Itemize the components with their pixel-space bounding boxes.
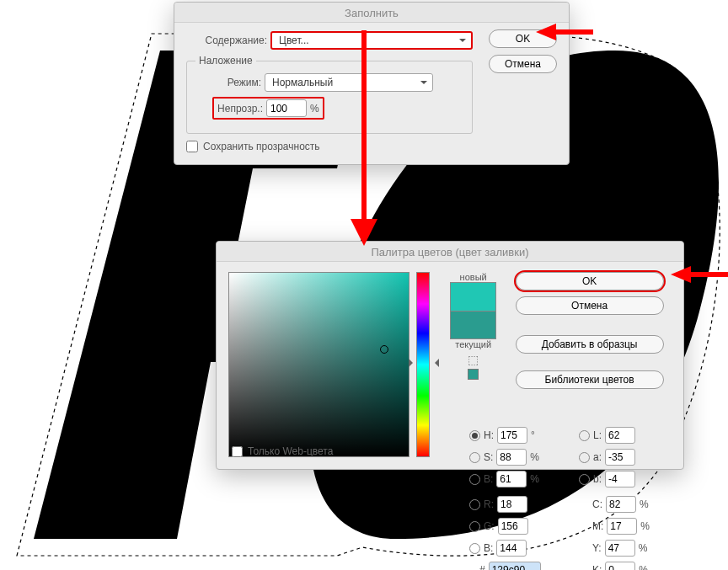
gamut-warning-icon[interactable]: ⬚ <box>468 353 479 366</box>
lab-b-radio[interactable] <box>579 474 590 485</box>
c-unit: % <box>640 498 649 510</box>
blending-fieldset: Наложение Режим: Нормальный Непрозр.: % <box>186 55 473 134</box>
lab-b-label: b: <box>593 473 602 485</box>
lab-b-input[interactable] <box>605 471 635 487</box>
l-radio[interactable] <box>579 430 590 441</box>
color-picker-dialog: Палитра цветов (цвет заливки) новый теку… <box>216 241 684 470</box>
color-picker-title: Палитра цветов (цвет заливки) <box>217 242 683 262</box>
bv-input[interactable] <box>496 471 527 487</box>
g-label: G: <box>484 520 495 532</box>
y-unit: % <box>639 542 648 554</box>
hash-label: # <box>479 564 485 570</box>
picker-ok-button[interactable]: OK <box>516 272 664 290</box>
m-unit: % <box>640 520 650 532</box>
k-unit: % <box>639 564 648 570</box>
g-input[interactable] <box>498 518 528 535</box>
preserve-transparency-checkbox[interactable]: Сохранить прозрачность <box>186 141 557 152</box>
bv-unit: % <box>530 473 539 485</box>
hex-input[interactable] <box>489 562 541 570</box>
a-radio[interactable] <box>579 452 590 463</box>
s-unit: % <box>530 451 539 463</box>
a-input[interactable] <box>605 449 635 466</box>
hue-slider[interactable] <box>416 272 430 457</box>
y-input[interactable] <box>605 540 635 557</box>
h-label: H: <box>484 429 494 441</box>
new-color-swatch <box>450 282 496 311</box>
preserve-transparency-input[interactable] <box>186 141 198 152</box>
c-label: C: <box>592 498 602 510</box>
h-input[interactable] <box>497 427 527 444</box>
fill-ok-button[interactable]: OK <box>489 29 557 48</box>
web-colors-label: Только Web-цвета <box>248 445 333 457</box>
gamut-swatch[interactable] <box>468 369 479 380</box>
s-label: S: <box>484 451 493 463</box>
s-radio[interactable] <box>469 452 480 463</box>
fill-dialog-title: Заполнить <box>174 3 569 23</box>
content-label: Содержание: <box>186 35 267 46</box>
bv-label: B: <box>484 473 493 485</box>
opacity-input[interactable] <box>266 99 307 117</box>
web-colors-input[interactable] <box>232 446 243 457</box>
b-radio[interactable] <box>469 543 480 554</box>
add-swatch-button[interactable]: Добавить в образцы <box>516 335 664 354</box>
current-color-swatch[interactable] <box>450 311 496 339</box>
k-label: K: <box>592 564 602 570</box>
web-colors-checkbox[interactable]: Только Web-цвета <box>232 445 333 457</box>
preserve-transparency-label: Сохранить прозрачность <box>203 141 320 152</box>
current-label: текущий <box>455 339 491 349</box>
mode-dropdown[interactable]: Нормальный <box>265 73 433 92</box>
l-input[interactable] <box>605 427 635 444</box>
color-libraries-button[interactable]: Библиотеки цветов <box>516 370 664 389</box>
r-label: R: <box>484 498 494 510</box>
h-radio[interactable] <box>469 430 480 441</box>
b-label: B: <box>484 542 493 554</box>
mode-label: Режим: <box>195 77 261 88</box>
fill-dialog: Заполнить OK Отмена Содержание: Цвет... … <box>174 2 570 165</box>
k-input[interactable] <box>605 562 635 570</box>
s-input[interactable] <box>496 449 527 466</box>
h-unit: ° <box>531 429 535 441</box>
saturation-value-field[interactable] <box>228 272 410 457</box>
r-radio[interactable] <box>469 499 480 510</box>
content-dropdown[interactable]: Цвет... <box>270 31 473 50</box>
a-label: a: <box>593 451 602 463</box>
content-value: Цвет... <box>279 35 309 46</box>
c-input[interactable] <box>606 496 636 513</box>
m-label: M: <box>592 520 603 532</box>
new-label: новый <box>460 272 487 282</box>
mode-value: Нормальный <box>272 77 333 88</box>
r-input[interactable] <box>497 496 527 513</box>
opacity-percent: % <box>310 103 319 115</box>
sv-cursor-icon <box>380 345 388 354</box>
blending-legend: Наложение <box>195 55 256 67</box>
b-input[interactable] <box>496 540 527 557</box>
m-input[interactable] <box>607 518 637 535</box>
picker-cancel-button[interactable]: Отмена <box>516 296 664 315</box>
y-label: Y: <box>592 542 602 554</box>
bv-radio[interactable] <box>469 474 480 485</box>
l-label: L: <box>593 429 602 441</box>
g-radio[interactable] <box>469 521 480 532</box>
opacity-label: Непрозр.: <box>214 103 263 115</box>
fill-cancel-button[interactable]: Отмена <box>489 55 557 73</box>
